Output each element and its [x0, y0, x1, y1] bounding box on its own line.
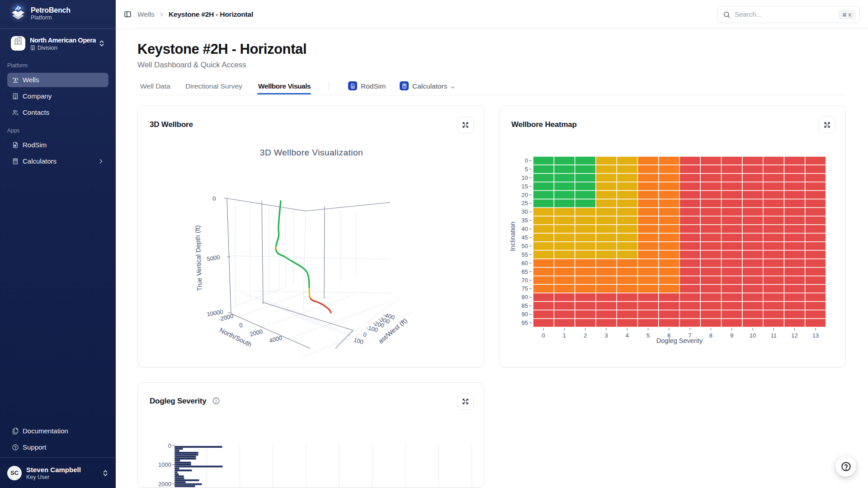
svg-text:95: 95: [522, 319, 528, 326]
svg-text:3D Wellbore Visualization: 3D Wellbore Visualization: [260, 148, 363, 157]
svg-text:80: 80: [522, 294, 528, 300]
svg-text:0: 0: [168, 442, 171, 449]
svg-text:11: 11: [771, 332, 777, 339]
svg-text:5: 5: [525, 166, 528, 173]
svg-text:2000: 2000: [158, 481, 171, 488]
svg-text:12: 12: [791, 332, 797, 339]
svg-text:9: 9: [730, 332, 733, 339]
svg-text:40: 40: [522, 225, 528, 232]
svg-text:25: 25: [522, 200, 528, 206]
svg-text:75: 75: [522, 285, 528, 292]
svg-text:True Vertical Depth (ft): True Vertical Depth (ft): [193, 225, 203, 291]
svg-text:13: 13: [812, 332, 819, 339]
svg-text:8: 8: [709, 332, 712, 339]
svg-text:55: 55: [522, 251, 528, 258]
svg-text:15: 15: [522, 183, 528, 190]
svg-text:5000: 5000: [206, 253, 220, 263]
svg-text:Dogleg Severity: Dogleg Severity: [656, 337, 703, 344]
svg-text:0: 0: [542, 332, 545, 339]
svg-text:10: 10: [750, 332, 756, 339]
svg-text:90: 90: [522, 311, 528, 318]
svg-text:2000: 2000: [249, 328, 264, 338]
svg-text:1: 1: [563, 332, 566, 339]
svg-text:0: 0: [363, 331, 368, 338]
svg-text:4: 4: [626, 332, 629, 339]
svg-text:1000: 1000: [158, 461, 171, 468]
svg-text:North/South: North/South: [218, 326, 253, 348]
svg-text:65: 65: [522, 268, 528, 275]
svg-text:85: 85: [522, 302, 528, 309]
svg-text:0: 0: [238, 321, 243, 328]
svg-text:45: 45: [522, 234, 528, 241]
svg-text:70: 70: [522, 277, 528, 284]
svg-text:2: 2: [584, 332, 587, 339]
svg-text:0: 0: [525, 157, 528, 164]
svg-text:50: 50: [522, 243, 528, 249]
svg-text:30: 30: [522, 208, 528, 215]
svg-text:100: 100: [353, 337, 364, 346]
svg-text:35: 35: [522, 217, 528, 224]
svg-text:20: 20: [522, 192, 528, 198]
svg-text:Inclination: Inclination: [509, 221, 516, 251]
svg-text:3: 3: [604, 332, 608, 339]
svg-text:4000: 4000: [269, 334, 283, 344]
svg-text:5: 5: [646, 332, 650, 339]
svg-text:0: 0: [212, 195, 217, 202]
svg-text:60: 60: [522, 260, 528, 267]
svg-text:10: 10: [522, 174, 528, 181]
